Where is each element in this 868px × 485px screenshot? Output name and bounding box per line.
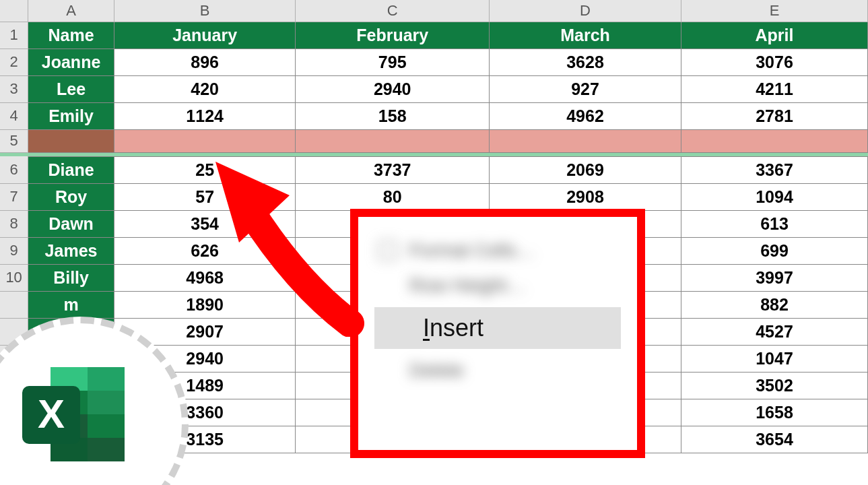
column-header-row: A B C D E <box>0 0 868 22</box>
row-header-7[interactable]: 7 <box>0 183 28 210</box>
cell[interactable]: 2781 <box>681 102 868 129</box>
svg-rect-5 <box>88 391 125 414</box>
cell[interactable]: 613 <box>681 210 868 237</box>
table-row: 2 Joanne 896 795 3628 3076 <box>0 48 868 75</box>
cell[interactable]: 1047 <box>681 345 868 372</box>
cell[interactable]: 882 <box>681 291 868 318</box>
cell[interactable]: 57 <box>114 183 296 210</box>
col-header-A[interactable]: A <box>28 0 114 22</box>
cell-name[interactable]: Joanne <box>28 48 114 75</box>
excel-icon: X <box>17 360 131 468</box>
cell[interactable]: 3737 <box>296 156 490 183</box>
cell[interactable]: 927 <box>489 75 681 102</box>
cell[interactable]: 158 <box>296 102 490 129</box>
cell[interactable]: 1890 <box>114 291 296 318</box>
svg-rect-7 <box>88 414 125 438</box>
table-row: 3 Lee 420 2940 927 4211 <box>0 75 868 102</box>
svg-rect-9 <box>88 438 125 461</box>
cell[interactable] <box>114 129 296 152</box>
cell-name[interactable]: Roy <box>28 183 114 210</box>
menu-label: Delete <box>409 360 464 381</box>
row-header-8[interactable]: 8 <box>0 210 28 237</box>
svg-text:X: X <box>38 391 65 437</box>
format-cells-icon <box>378 241 397 260</box>
cell[interactable] <box>681 129 868 152</box>
header-april[interactable]: April <box>681 22 868 48</box>
cell[interactable]: 354 <box>114 210 296 237</box>
table-header-row: 1 Name January February March April <box>0 22 868 48</box>
cell[interactable]: 1658 <box>681 399 868 426</box>
header-march[interactable]: March <box>489 22 681 48</box>
cell-name[interactable]: Diane <box>28 156 114 183</box>
cell-name[interactable]: m <box>28 291 114 318</box>
cell[interactable]: 4962 <box>489 102 681 129</box>
table-row: 7 Roy 57 80 2908 1094 <box>0 183 868 210</box>
cell[interactable]: 3654 <box>681 426 868 453</box>
menu-item-insert[interactable]: Insert <box>374 307 621 349</box>
cell-name[interactable]: James <box>28 237 114 264</box>
row-header-1[interactable]: 1 <box>0 22 28 48</box>
row-header-9[interactable]: 9 <box>0 237 28 264</box>
row-header-2[interactable]: 2 <box>0 48 28 75</box>
row-header-4[interactable]: 4 <box>0 102 28 129</box>
cell[interactable]: 3628 <box>489 48 681 75</box>
cell[interactable]: 1094 <box>681 183 868 210</box>
cell[interactable]: 4211 <box>681 75 868 102</box>
cell[interactable]: 626 <box>114 237 296 264</box>
row-header-6[interactable]: 6 <box>0 156 28 183</box>
inserted-empty-row[interactable]: 5 <box>0 129 868 152</box>
col-header-E[interactable]: E <box>681 0 868 22</box>
cell[interactable]: 2069 <box>489 156 681 183</box>
cell-name[interactable]: Dawn <box>28 210 114 237</box>
header-name[interactable]: Name <box>28 22 114 48</box>
col-header-C[interactable]: C <box>296 0 490 22</box>
cell[interactable]: 80 <box>296 183 490 210</box>
row-header-10[interactable]: 10 <box>0 264 28 291</box>
table-row: 6 Diane 25 3737 2069 3367 <box>0 156 868 183</box>
cell[interactable] <box>296 129 490 152</box>
cell[interactable]: 795 <box>296 48 490 75</box>
row-header-3[interactable]: 3 <box>0 75 28 102</box>
cell[interactable]: 3076 <box>681 48 868 75</box>
cell[interactable]: 3997 <box>681 264 868 291</box>
context-menu-callout: Format Cells… Row Height… Insert Delete <box>350 209 645 458</box>
cell-name[interactable] <box>28 129 114 152</box>
cell-name[interactable]: Billy <box>28 264 114 291</box>
col-header-B[interactable]: B <box>114 0 296 22</box>
cell[interactable]: 2908 <box>489 183 681 210</box>
cell[interactable]: 1124 <box>114 102 296 129</box>
row-header-5[interactable]: 5 <box>0 129 28 152</box>
row-header[interactable] <box>0 291 28 318</box>
table-row: 4 Emily 1124 158 4962 2781 <box>0 102 868 129</box>
cell[interactable]: 4527 <box>681 318 868 345</box>
cell[interactable]: 896 <box>114 48 296 75</box>
menu-item-row-height[interactable]: Row Height… <box>365 268 630 303</box>
cell[interactable]: 4968 <box>114 264 296 291</box>
menu-label: Row Height… <box>409 275 526 296</box>
col-header-D[interactable]: D <box>489 0 681 22</box>
cell[interactable]: 699 <box>681 237 868 264</box>
cell[interactable]: 3367 <box>681 156 868 183</box>
cell-name[interactable]: Emily <box>28 102 114 129</box>
header-january[interactable]: January <box>114 22 296 48</box>
select-all-corner[interactable] <box>0 0 28 22</box>
cell[interactable]: 420 <box>114 75 296 102</box>
menu-label: Format Cells… <box>409 240 535 261</box>
cell[interactable]: 25 <box>114 156 296 183</box>
menu-label: Insert <box>423 314 483 342</box>
cell[interactable]: 3502 <box>681 372 868 399</box>
cell[interactable]: 2940 <box>296 75 490 102</box>
cell-name[interactable]: Lee <box>28 75 114 102</box>
cell[interactable] <box>489 129 681 152</box>
menu-item-delete[interactable]: Delete <box>365 353 630 388</box>
menu-item-format-cells[interactable]: Format Cells… <box>365 233 630 268</box>
svg-rect-3 <box>88 367 125 391</box>
header-february[interactable]: February <box>296 22 490 48</box>
